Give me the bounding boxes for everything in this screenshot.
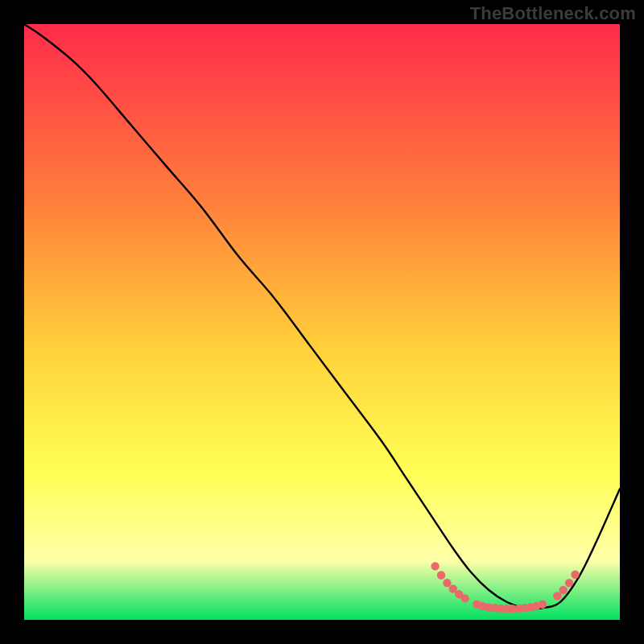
plot-area [24, 24, 620, 620]
curve-dot [565, 579, 573, 587]
curve-dot [571, 571, 579, 579]
plot-svg [24, 24, 620, 620]
curve-dot [460, 594, 469, 602]
curve-dot [437, 571, 445, 579]
gradient-background [24, 24, 620, 620]
chart-frame: TheBottleneck.com [0, 0, 644, 644]
watermark-text: TheBottleneck.com [470, 3, 636, 24]
curve-dot [559, 586, 568, 594]
curve-dot [443, 579, 451, 587]
curve-dot [539, 601, 547, 609]
curve-dot [431, 562, 439, 570]
curve-dot [553, 592, 561, 600]
